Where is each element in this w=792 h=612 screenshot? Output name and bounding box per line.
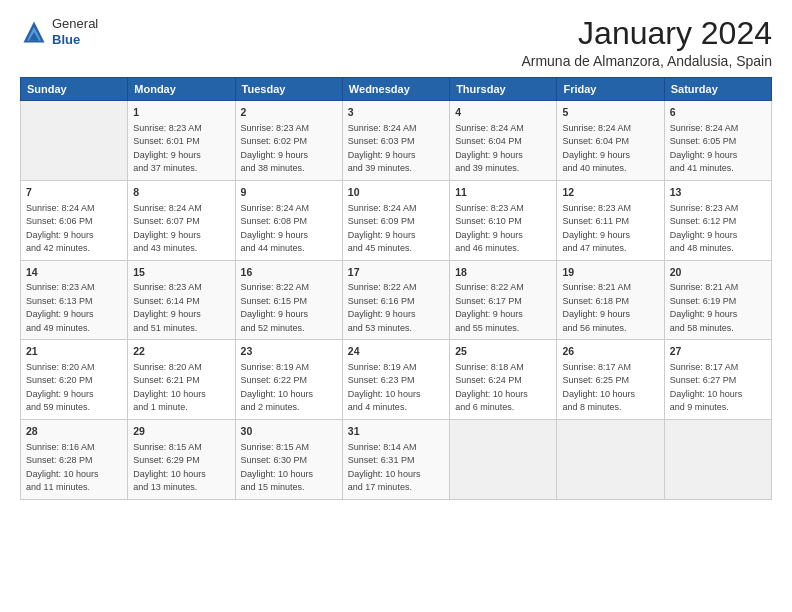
col-thursday: Thursday	[450, 78, 557, 101]
header-row: Sunday Monday Tuesday Wednesday Thursday…	[21, 78, 772, 101]
calendar-cell: 27Sunrise: 8:17 AMSunset: 6:27 PMDayligh…	[664, 340, 771, 420]
calendar-cell: 6Sunrise: 8:24 AMSunset: 6:05 PMDaylight…	[664, 101, 771, 181]
col-sunday: Sunday	[21, 78, 128, 101]
day-number: 24	[348, 344, 444, 359]
col-saturday: Saturday	[664, 78, 771, 101]
day-info: Sunrise: 8:24 AMSunset: 6:04 PMDaylight:…	[562, 122, 658, 176]
day-info: Sunrise: 8:19 AMSunset: 6:22 PMDaylight:…	[241, 361, 337, 415]
week-row-2: 7Sunrise: 8:24 AMSunset: 6:06 PMDaylight…	[21, 180, 772, 260]
day-number: 22	[133, 344, 229, 359]
day-info: Sunrise: 8:23 AMSunset: 6:02 PMDaylight:…	[241, 122, 337, 176]
week-row-4: 21Sunrise: 8:20 AMSunset: 6:20 PMDayligh…	[21, 340, 772, 420]
day-info: Sunrise: 8:23 AMSunset: 6:10 PMDaylight:…	[455, 202, 551, 256]
calendar-cell: 30Sunrise: 8:15 AMSunset: 6:30 PMDayligh…	[235, 419, 342, 499]
day-info: Sunrise: 8:17 AMSunset: 6:27 PMDaylight:…	[670, 361, 766, 415]
calendar-cell: 26Sunrise: 8:17 AMSunset: 6:25 PMDayligh…	[557, 340, 664, 420]
day-number: 19	[562, 265, 658, 280]
day-info: Sunrise: 8:21 AMSunset: 6:19 PMDaylight:…	[670, 281, 766, 335]
calendar-cell: 3Sunrise: 8:24 AMSunset: 6:03 PMDaylight…	[342, 101, 449, 181]
day-info: Sunrise: 8:24 AMSunset: 6:08 PMDaylight:…	[241, 202, 337, 256]
day-info: Sunrise: 8:22 AMSunset: 6:16 PMDaylight:…	[348, 281, 444, 335]
day-info: Sunrise: 8:24 AMSunset: 6:04 PMDaylight:…	[455, 122, 551, 176]
calendar-cell	[21, 101, 128, 181]
calendar-table: Sunday Monday Tuesday Wednesday Thursday…	[20, 77, 772, 499]
calendar-cell: 8Sunrise: 8:24 AMSunset: 6:07 PMDaylight…	[128, 180, 235, 260]
day-info: Sunrise: 8:17 AMSunset: 6:25 PMDaylight:…	[562, 361, 658, 415]
day-number: 26	[562, 344, 658, 359]
day-info: Sunrise: 8:18 AMSunset: 6:24 PMDaylight:…	[455, 361, 551, 415]
calendar-cell: 2Sunrise: 8:23 AMSunset: 6:02 PMDaylight…	[235, 101, 342, 181]
day-info: Sunrise: 8:24 AMSunset: 6:09 PMDaylight:…	[348, 202, 444, 256]
day-number: 3	[348, 105, 444, 120]
col-wednesday: Wednesday	[342, 78, 449, 101]
day-number: 2	[241, 105, 337, 120]
day-info: Sunrise: 8:23 AMSunset: 6:11 PMDaylight:…	[562, 202, 658, 256]
day-info: Sunrise: 8:22 AMSunset: 6:15 PMDaylight:…	[241, 281, 337, 335]
calendar-cell: 1Sunrise: 8:23 AMSunset: 6:01 PMDaylight…	[128, 101, 235, 181]
day-number: 8	[133, 185, 229, 200]
day-number: 28	[26, 424, 122, 439]
day-number: 4	[455, 105, 551, 120]
calendar-cell: 13Sunrise: 8:23 AMSunset: 6:12 PMDayligh…	[664, 180, 771, 260]
calendar-cell	[450, 419, 557, 499]
day-info: Sunrise: 8:24 AMSunset: 6:03 PMDaylight:…	[348, 122, 444, 176]
day-number: 20	[670, 265, 766, 280]
calendar-cell: 16Sunrise: 8:22 AMSunset: 6:15 PMDayligh…	[235, 260, 342, 340]
day-number: 30	[241, 424, 337, 439]
calendar-cell: 28Sunrise: 8:16 AMSunset: 6:28 PMDayligh…	[21, 419, 128, 499]
day-number: 14	[26, 265, 122, 280]
calendar-cell: 22Sunrise: 8:20 AMSunset: 6:21 PMDayligh…	[128, 340, 235, 420]
day-info: Sunrise: 8:23 AMSunset: 6:12 PMDaylight:…	[670, 202, 766, 256]
day-number: 9	[241, 185, 337, 200]
header: General Blue January 2024 Armuna de Alma…	[20, 16, 772, 69]
col-monday: Monday	[128, 78, 235, 101]
day-number: 1	[133, 105, 229, 120]
day-number: 21	[26, 344, 122, 359]
day-info: Sunrise: 8:15 AMSunset: 6:29 PMDaylight:…	[133, 441, 229, 495]
page: General Blue January 2024 Armuna de Alma…	[0, 0, 792, 612]
calendar-cell: 4Sunrise: 8:24 AMSunset: 6:04 PMDaylight…	[450, 101, 557, 181]
day-number: 5	[562, 105, 658, 120]
calendar-cell: 12Sunrise: 8:23 AMSunset: 6:11 PMDayligh…	[557, 180, 664, 260]
day-number: 27	[670, 344, 766, 359]
calendar-cell	[557, 419, 664, 499]
day-number: 23	[241, 344, 337, 359]
calendar-cell: 5Sunrise: 8:24 AMSunset: 6:04 PMDaylight…	[557, 101, 664, 181]
day-info: Sunrise: 8:15 AMSunset: 6:30 PMDaylight:…	[241, 441, 337, 495]
day-number: 12	[562, 185, 658, 200]
calendar-cell: 11Sunrise: 8:23 AMSunset: 6:10 PMDayligh…	[450, 180, 557, 260]
logo-icon	[20, 18, 48, 46]
logo-general: General	[52, 16, 98, 32]
day-info: Sunrise: 8:16 AMSunset: 6:28 PMDaylight:…	[26, 441, 122, 495]
logo-text: General Blue	[52, 16, 98, 47]
calendar-cell: 9Sunrise: 8:24 AMSunset: 6:08 PMDaylight…	[235, 180, 342, 260]
calendar-cell: 7Sunrise: 8:24 AMSunset: 6:06 PMDaylight…	[21, 180, 128, 260]
logo-blue: Blue	[52, 32, 98, 48]
title-area: January 2024 Armuna de Almanzora, Andalu…	[521, 16, 772, 69]
day-info: Sunrise: 8:20 AMSunset: 6:21 PMDaylight:…	[133, 361, 229, 415]
day-number: 7	[26, 185, 122, 200]
day-number: 31	[348, 424, 444, 439]
week-row-3: 14Sunrise: 8:23 AMSunset: 6:13 PMDayligh…	[21, 260, 772, 340]
day-info: Sunrise: 8:24 AMSunset: 6:06 PMDaylight:…	[26, 202, 122, 256]
col-tuesday: Tuesday	[235, 78, 342, 101]
calendar-cell: 14Sunrise: 8:23 AMSunset: 6:13 PMDayligh…	[21, 260, 128, 340]
calendar-cell: 21Sunrise: 8:20 AMSunset: 6:20 PMDayligh…	[21, 340, 128, 420]
calendar-cell: 19Sunrise: 8:21 AMSunset: 6:18 PMDayligh…	[557, 260, 664, 340]
day-info: Sunrise: 8:23 AMSunset: 6:14 PMDaylight:…	[133, 281, 229, 335]
day-info: Sunrise: 8:22 AMSunset: 6:17 PMDaylight:…	[455, 281, 551, 335]
day-info: Sunrise: 8:23 AMSunset: 6:01 PMDaylight:…	[133, 122, 229, 176]
calendar-cell: 24Sunrise: 8:19 AMSunset: 6:23 PMDayligh…	[342, 340, 449, 420]
subtitle: Armuna de Almanzora, Andalusia, Spain	[521, 53, 772, 69]
day-info: Sunrise: 8:20 AMSunset: 6:20 PMDaylight:…	[26, 361, 122, 415]
day-number: 29	[133, 424, 229, 439]
day-number: 17	[348, 265, 444, 280]
day-info: Sunrise: 8:24 AMSunset: 6:05 PMDaylight:…	[670, 122, 766, 176]
day-number: 10	[348, 185, 444, 200]
day-info: Sunrise: 8:24 AMSunset: 6:07 PMDaylight:…	[133, 202, 229, 256]
day-info: Sunrise: 8:23 AMSunset: 6:13 PMDaylight:…	[26, 281, 122, 335]
day-number: 13	[670, 185, 766, 200]
main-title: January 2024	[521, 16, 772, 51]
day-info: Sunrise: 8:21 AMSunset: 6:18 PMDaylight:…	[562, 281, 658, 335]
calendar-cell: 31Sunrise: 8:14 AMSunset: 6:31 PMDayligh…	[342, 419, 449, 499]
